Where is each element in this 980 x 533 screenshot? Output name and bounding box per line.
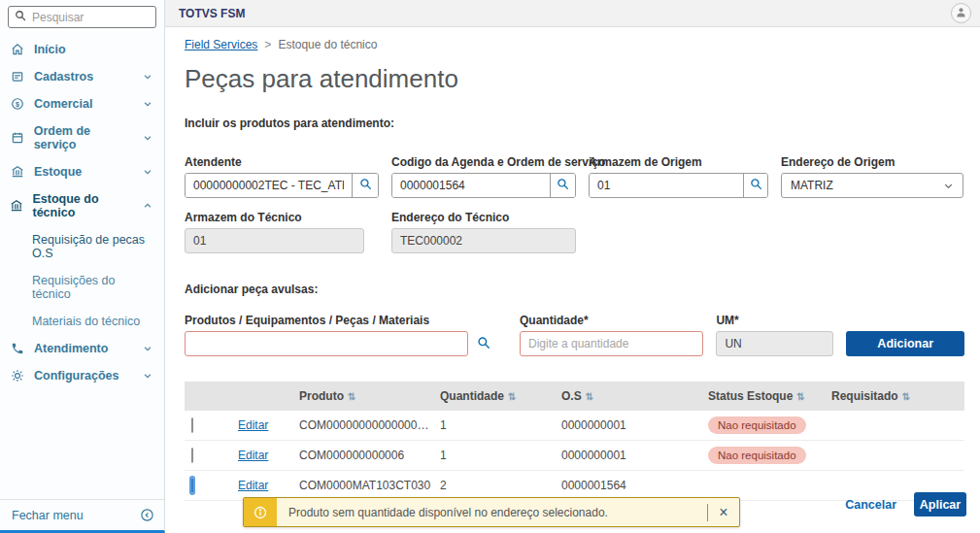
atendente-field: Atendente [185, 155, 379, 198]
edit-link[interactable]: Editar [238, 479, 268, 492]
agenda-input[interactable] [392, 174, 550, 197]
warehouse-icon [10, 199, 24, 213]
toast-close-button[interactable]: × [708, 498, 739, 526]
adicionar-button[interactable]: Adicionar [846, 331, 964, 356]
collapse-menu-label: Fechar menu [12, 509, 84, 522]
breadcrumb-link-field-services[interactable]: Field Services [185, 38, 257, 51]
armazem-origem-lookup [589, 173, 768, 198]
dollar-circle-icon: $ [10, 97, 25, 111]
warning-toast: Produto sem quantidade disponível no end… [243, 497, 740, 527]
breadcrumb: Field Services > Estoque do técnico [185, 38, 964, 51]
armazem-origem-field: Armazem de Origem [589, 155, 768, 198]
status-header-label: Status Estoque [708, 389, 793, 403]
um-input [716, 331, 833, 356]
produtos-lookup [185, 331, 495, 356]
calendar-icon [10, 131, 25, 145]
row-checkbox[interactable] [191, 478, 193, 493]
table-header-row: Produto⇅ Quantidade⇅ O.S⇅ Status Estoque… [185, 382, 964, 411]
os-column-header[interactable]: O.S⇅ [554, 389, 704, 403]
sidebar-item-estoque[interactable]: Estoque [0, 158, 164, 185]
agenda-label: Codigo da Agenda e Ordem de serviço [391, 155, 576, 168]
um-label: UM* [716, 314, 833, 326]
user-avatar-button[interactable] [951, 3, 971, 23]
quantidade-input[interactable] [520, 331, 703, 356]
loose-parts-section-label: Adicionar peça avulsas: [185, 283, 964, 296]
endereco-origem-label: Endereço de Origem [781, 155, 963, 168]
sidebar-item-label: Estoque [34, 165, 82, 179]
sidebar-subitem-requisicao-de-pecas-os[interactable]: Requisição de pecas O.S [0, 226, 164, 267]
sidebar-item-comercial[interactable]: $ Comercial [0, 90, 164, 117]
endereco-tecnico-label: Endereço do Técnico [391, 211, 576, 223]
agenda-search-button[interactable] [551, 174, 575, 197]
page-content: Field Services > Estoque do técnico Peça… [165, 38, 980, 501]
form-row-3: Produtos / Equipamentos / Peças / Materi… [185, 314, 964, 356]
status-column-header[interactable]: Status Estoque⇅ [704, 389, 824, 403]
sidebar-item-label: Cadastros [34, 70, 93, 83]
chevron-down-icon [143, 167, 152, 177]
records-icon [10, 70, 25, 83]
sidebar-item-label: Ordem de serviço [34, 124, 134, 151]
produtos-input[interactable] [185, 331, 468, 356]
sidebar-item-ordem-de-servico[interactable]: Ordem de serviço [0, 117, 164, 158]
chevron-down-icon [143, 344, 152, 353]
sidebar-item-cadastros[interactable]: Cadastros [0, 63, 164, 90]
sort-icon[interactable]: ⇅ [586, 391, 593, 402]
sidebar-item-label: Atendimento [34, 342, 108, 355]
sidebar-item-label: Estoque do técnico [33, 192, 135, 219]
produtos-search-button[interactable] [472, 331, 495, 356]
cancelar-button[interactable]: Cancelar [845, 498, 896, 512]
sidebar-search[interactable] [8, 6, 156, 28]
collapse-menu-button[interactable]: Fechar menu [0, 499, 164, 530]
endereco-origem-field: Endereço de Origem MATRIZ [781, 155, 963, 198]
sidebar-item-estoque-do-tecnico[interactable]: Estoque do técnico [0, 185, 164, 226]
atendente-search-button[interactable] [353, 174, 378, 197]
endereco-origem-value: MATRIZ [791, 179, 833, 192]
sort-icon[interactable]: ⇅ [348, 391, 355, 402]
sidebar-item-atendimento[interactable]: Atendimento [0, 335, 164, 362]
produto-cell: COM000000000000000... [291, 418, 432, 432]
search-icon [750, 178, 762, 193]
search-icon [557, 178, 569, 193]
os-cell: 0000000001 [554, 418, 704, 432]
page-title: Peças para atendimento [185, 64, 964, 93]
chevron-down-icon [143, 99, 152, 109]
sidebar-subitem-requisicoes-do-tecnico[interactable]: Requisições do técnico [0, 267, 164, 308]
sidebar-subitem-materiais-do-tecnico[interactable]: Materiais do técnico [0, 308, 164, 335]
sort-icon[interactable]: ⇅ [796, 391, 804, 402]
requisitado-column-header[interactable]: Requisitado⇅ [824, 389, 964, 403]
quantidade-cell: 1 [432, 418, 554, 432]
row-checkbox[interactable] [191, 417, 193, 433]
quantidade-label: Quantidade* [520, 314, 703, 326]
quantidade-field: Quantidade* [520, 314, 703, 356]
row-checkbox[interactable] [191, 448, 193, 463]
sidebar-item-inicio[interactable]: Início [0, 36, 164, 63]
collapse-circle-icon [140, 508, 154, 522]
armazem-origem-search-button[interactable] [744, 174, 767, 197]
quantidade-cell: 2 [432, 479, 554, 492]
armazem-tecnico-label: Armazem do Técnico [185, 211, 379, 223]
quantidade-header-label: Quantidade [440, 389, 504, 403]
sort-icon[interactable]: ⇅ [902, 391, 910, 402]
quantidade-column-header[interactable]: Quantidade⇅ [432, 389, 554, 403]
search-icon [477, 336, 490, 352]
sort-icon[interactable]: ⇅ [508, 391, 516, 402]
search-input[interactable] [32, 11, 150, 24]
edit-link[interactable]: Editar [238, 449, 268, 462]
edit-link[interactable]: Editar [238, 418, 268, 432]
topbar: TOTVS FSM [165, 0, 980, 27]
atendente-label: Atendente [185, 155, 379, 168]
armazem-tecnico-field: Armazem do Técnico [185, 211, 379, 253]
sidebar-menu: Início Cadastros $ Comercial [0, 36, 164, 499]
search-icon [15, 10, 26, 24]
table-row: Editar COM000000000006 1 0000000001 Nao … [185, 441, 964, 471]
aplicar-button[interactable]: Aplicar [914, 492, 966, 516]
endereco-origem-select[interactable]: MATRIZ [781, 173, 963, 198]
close-icon: × [719, 504, 727, 520]
footer-actions: Cancelar Aplicar [845, 492, 966, 516]
produto-column-header[interactable]: Produto⇅ [291, 389, 432, 403]
os-header-label: O.S [561, 389, 582, 403]
atendente-input[interactable] [186, 174, 352, 197]
sidebar-item-configuracoes[interactable]: Configurações [0, 362, 164, 389]
um-field: UM* [716, 314, 833, 356]
armazem-origem-input[interactable] [590, 174, 743, 197]
